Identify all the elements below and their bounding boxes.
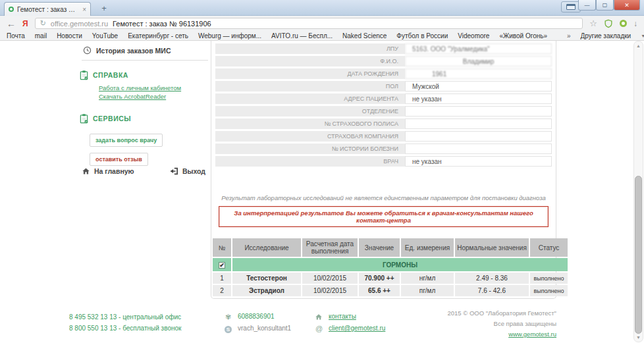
browser-tab[interactable]: Гемотест : заказ № 96 × bbox=[4, 2, 91, 16]
yandex-logo-icon[interactable]: Я bbox=[22, 19, 28, 28]
field-value: 5163. ООО "Уралмедика" bbox=[405, 43, 552, 54]
form-row-history: № ИСТОРИИ БОЛЕЗНИ bbox=[215, 144, 552, 154]
field-label: ВРАЧ bbox=[215, 156, 405, 167]
footer-copyright: 2015 © ООО "Лаборатория Гемотест" Все пр… bbox=[448, 308, 557, 340]
back-button[interactable]: ← bbox=[7, 18, 16, 29]
form-row-sex: ПОЛ Мужской bbox=[215, 81, 552, 92]
bookmark-item[interactable]: Почта bbox=[7, 32, 25, 40]
home-icon bbox=[82, 167, 90, 175]
field-value: не указан bbox=[405, 156, 552, 167]
leave-feedback-button[interactable]: оставить отзыв bbox=[90, 153, 148, 166]
warning-banner: За интерпретацией результатов Вы можете … bbox=[219, 206, 549, 227]
field-label: № ИСТОРИИ БОЛЕЗНИ bbox=[215, 144, 405, 154]
exit-link-label: Выход bbox=[182, 167, 205, 175]
table-row: 2 Эстрадиол 10/02/2015 65.6 ++ пг/мл 7.6… bbox=[213, 285, 568, 296]
form-row-address: АДРЕС ПАЦИЕНТА не указан bbox=[215, 93, 552, 104]
field-label: СТРАХОВАЯ КОМПАНИЯ bbox=[215, 131, 405, 142]
url-page-title: Гемотест : заказ № 96131906 bbox=[113, 20, 211, 28]
bookmark-item[interactable]: Футбол в России bbox=[396, 32, 448, 40]
vertical-scrollbar[interactable]: ▲ ▼ bbox=[633, 41, 643, 342]
cell-status: выполнено bbox=[530, 273, 568, 284]
sidebar-divider bbox=[82, 60, 208, 61]
footer-messengers: ✾ 6088836901 S vrach_konsultant1 bbox=[224, 311, 291, 334]
form-row-policy: № СТРАХОВОГО ПОЛИСА bbox=[215, 119, 552, 129]
section-title: СПРАВКА bbox=[93, 71, 128, 79]
footer-phones: 8 495 532 13 13 - центральный офис 8 800… bbox=[69, 311, 181, 334]
sidebar-section-services: СЕРВИСЫ bbox=[79, 113, 209, 124]
refresh-icon[interactable]: ↻ bbox=[40, 19, 46, 28]
section-title: СЕРВИСЫ bbox=[93, 115, 131, 122]
email-link[interactable]: client@gemotest.ru bbox=[329, 323, 385, 334]
url-host: office.gemotest.ru bbox=[51, 20, 108, 28]
sidebar-item-order-history[interactable]: История заказов МИС bbox=[83, 46, 209, 55]
group-label: ГОРМОНЫ bbox=[232, 258, 568, 271]
clipboard-icon bbox=[79, 70, 89, 80]
sidebar-bottom-nav: На главную Выход bbox=[82, 167, 205, 175]
bookmark-item[interactable]: Naked Science bbox=[342, 32, 387, 40]
field-value: не указан bbox=[405, 93, 552, 104]
close-button[interactable]: ✕ bbox=[614, 0, 640, 11]
link-download-acrobat[interactable]: Скачать AcrobatReader bbox=[99, 93, 209, 100]
scroll-down-icon[interactable]: ▼ bbox=[634, 333, 643, 342]
ask-doctor-button[interactable]: задать вопрос врачу bbox=[90, 134, 163, 147]
cell-date: 10/02/2015 bbox=[302, 285, 358, 296]
home-link[interactable]: На главную bbox=[82, 167, 134, 175]
bookmark-item[interactable]: Екатеринбург - сеть bbox=[128, 32, 188, 40]
window-controls: — ▢ ✕ bbox=[578, 0, 640, 11]
link-personal-cabinet[interactable]: Работа с личным кабинетом bbox=[99, 84, 209, 92]
field-label: Ф.И.О. bbox=[215, 56, 405, 66]
field-value: Мужской bbox=[405, 81, 552, 92]
contacts-link[interactable]: контакты bbox=[329, 311, 356, 323]
group-checkbox[interactable]: ✔ bbox=[219, 262, 225, 269]
results-table: № Исследование Расчетная дата выполнения… bbox=[211, 237, 569, 298]
cell-test: Эстрадиол bbox=[232, 285, 301, 296]
cell-unit: пг/мл bbox=[401, 285, 454, 296]
scroll-up-icon[interactable]: ▲ bbox=[634, 41, 643, 50]
col-header-status: Статус bbox=[530, 238, 568, 257]
exit-link[interactable]: Выход bbox=[169, 167, 205, 175]
skype-login: vrach_konsultant1 bbox=[238, 323, 291, 334]
bookmarks-overflow-icon[interactable]: » bbox=[567, 32, 571, 40]
tab-close-icon[interactable]: × bbox=[82, 6, 86, 13]
rights-text: Все права защищены bbox=[448, 319, 557, 329]
bookmark-item[interactable]: Videomore bbox=[458, 32, 489, 40]
scrollbar-thumb[interactable] bbox=[635, 176, 642, 334]
new-tab-button[interactable]: + bbox=[96, 3, 112, 14]
cell-value: 70.900 ++ bbox=[359, 273, 400, 284]
skype-icon: S bbox=[224, 323, 232, 334]
sidebar: История заказов МИС СПРАВКА Работа с лич… bbox=[74, 41, 209, 300]
site-link[interactable]: www.gemotest.ru bbox=[508, 330, 556, 338]
sidebar-item-label: История заказов МИС bbox=[96, 47, 171, 55]
other-bookmarks-button[interactable]: Другие закладки bbox=[581, 32, 631, 40]
bookmark-item[interactable]: YouTube bbox=[92, 32, 118, 40]
shield-icon[interactable] bbox=[604, 19, 613, 28]
download-icon[interactable]: ↓ bbox=[633, 19, 637, 28]
tab-list-icon bbox=[566, 4, 576, 10]
address-bar[interactable]: ↻ office.gemotest.ru Гемотест : заказ № … bbox=[35, 18, 583, 29]
clipboard-icon bbox=[79, 113, 89, 124]
field-value bbox=[405, 119, 552, 129]
maximize-button[interactable]: ▢ bbox=[596, 0, 614, 11]
field-value bbox=[405, 144, 552, 154]
form-row-lpu: ЛПУ 5163. ООО "Уралмедика" bbox=[215, 43, 552, 54]
bookmark-item[interactable]: AVITO.ru — Беспл... bbox=[271, 32, 333, 40]
minimize-button[interactable]: — bbox=[578, 0, 596, 11]
disclaimer-text: Результат лабораторных исследований не я… bbox=[211, 194, 556, 201]
bookmark-item[interactable]: «Живой Огонь» bbox=[499, 32, 547, 40]
col-header-num: № bbox=[213, 238, 231, 257]
bookmark-item[interactable]: Новости bbox=[57, 32, 82, 40]
title-bar: Гемотест : заказ № 96 × + — ▢ ✕ bbox=[0, 0, 644, 16]
col-header-test: Исследование bbox=[232, 238, 301, 257]
exit-icon bbox=[169, 167, 178, 175]
extension-swirl-icon[interactable] bbox=[620, 20, 627, 27]
copyright-text: 2015 © ООО "Лаборатория Гемотест" bbox=[448, 308, 557, 319]
col-header-value: Значение bbox=[359, 238, 400, 257]
bookmark-item[interactable]: mail bbox=[35, 32, 47, 40]
cell-status: выполнено bbox=[530, 285, 568, 296]
col-header-normal: Нормальные значения bbox=[455, 238, 529, 257]
browser-toolbar: ← Я ↻ office.gemotest.ru Гемотест : зака… bbox=[0, 16, 644, 31]
bookmark-star-icon[interactable]: ☆ bbox=[589, 18, 597, 28]
home-icon bbox=[315, 313, 323, 321]
bookmark-item[interactable]: Weburg — информ... bbox=[198, 32, 261, 40]
email-at-icon: @ bbox=[315, 323, 323, 334]
